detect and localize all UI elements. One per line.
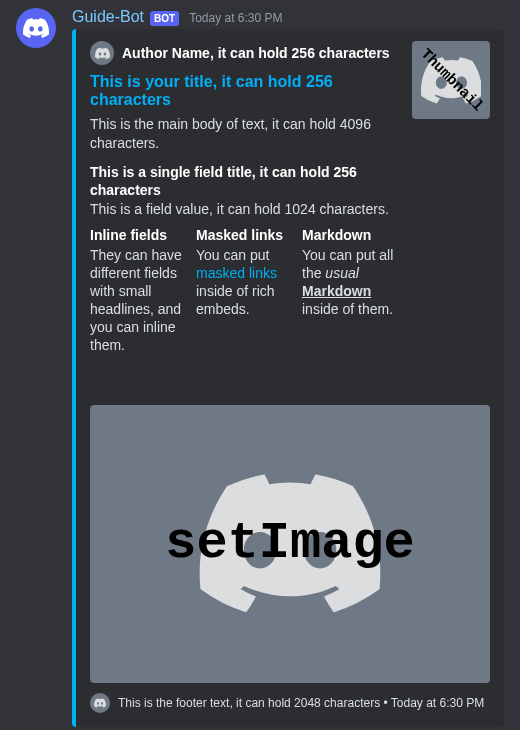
embed-field-inline: Markdown You can put all the usual Markd… xyxy=(302,226,396,354)
embed-field: This is a single field title, it can hol… xyxy=(90,163,396,219)
message: Guide-Bot BOT Today at 6:30 PM Author Na… xyxy=(0,0,520,727)
embed-author: Author Name, it can hold 256 characters xyxy=(90,41,396,65)
embed-main: Author Name, it can hold 256 characters … xyxy=(90,41,396,355)
field-name: Masked links xyxy=(196,226,290,244)
italic-text: usual xyxy=(325,265,358,281)
field-value: You can put masked links inside of rich … xyxy=(196,246,290,319)
discord-logo-icon xyxy=(23,15,49,41)
footer-timestamp: Today at 6:30 PM xyxy=(391,696,484,710)
footer-text: This is the footer text, it can hold 204… xyxy=(118,696,484,710)
embed-image[interactable]: setImage xyxy=(90,405,490,683)
embed-description: This is the main body of text, it can ho… xyxy=(90,115,396,153)
masked-link[interactable]: masked links xyxy=(196,265,277,281)
embed-fields: This is a single field title, it can hol… xyxy=(90,163,396,355)
message-header: Guide-Bot BOT Today at 6:30 PM xyxy=(72,8,504,26)
embed: Author Name, it can hold 256 characters … xyxy=(72,29,504,727)
bot-avatar[interactable] xyxy=(16,8,56,48)
embed-field-inline: Masked links You can put masked links in… xyxy=(196,226,290,354)
field-name: Markdown xyxy=(302,226,396,244)
embed-footer: This is the footer text, it can hold 204… xyxy=(90,693,490,713)
footer-text-main: This is the footer text, it can hold 204… xyxy=(118,696,380,710)
field-value: You can put all the usual Markdown insid… xyxy=(302,246,396,319)
embed-field-inline: Inline fields They can have different fi… xyxy=(90,226,184,354)
text: You can put xyxy=(196,247,269,263)
image-label: setImage xyxy=(165,514,415,573)
footer-separator: • xyxy=(380,696,391,710)
author-name[interactable]: Author Name, it can hold 256 characters xyxy=(122,45,390,61)
field-name: This is a single field title, it can hol… xyxy=(90,163,396,199)
field-value: This is a field value, it can hold 1024 … xyxy=(90,200,396,218)
text: inside of rich embeds. xyxy=(196,283,275,317)
bot-tag: BOT xyxy=(150,11,179,26)
username[interactable]: Guide-Bot xyxy=(72,8,144,26)
message-content: Guide-Bot BOT Today at 6:30 PM Author Na… xyxy=(72,8,504,727)
author-icon xyxy=(90,41,114,65)
underline-text: Markdown xyxy=(302,283,371,299)
footer-icon xyxy=(90,693,110,713)
text: inside of them. xyxy=(302,301,393,317)
field-name: Inline fields xyxy=(90,226,184,244)
embed-title[interactable]: This is your title, it can hold 256 char… xyxy=(90,73,396,109)
message-timestamp: Today at 6:30 PM xyxy=(189,11,282,25)
embed-thumbnail[interactable]: Thumbnail xyxy=(412,41,490,119)
field-value: They can have different fields with smal… xyxy=(90,246,184,355)
embed-top-row: Author Name, it can hold 256 characters … xyxy=(90,41,490,355)
